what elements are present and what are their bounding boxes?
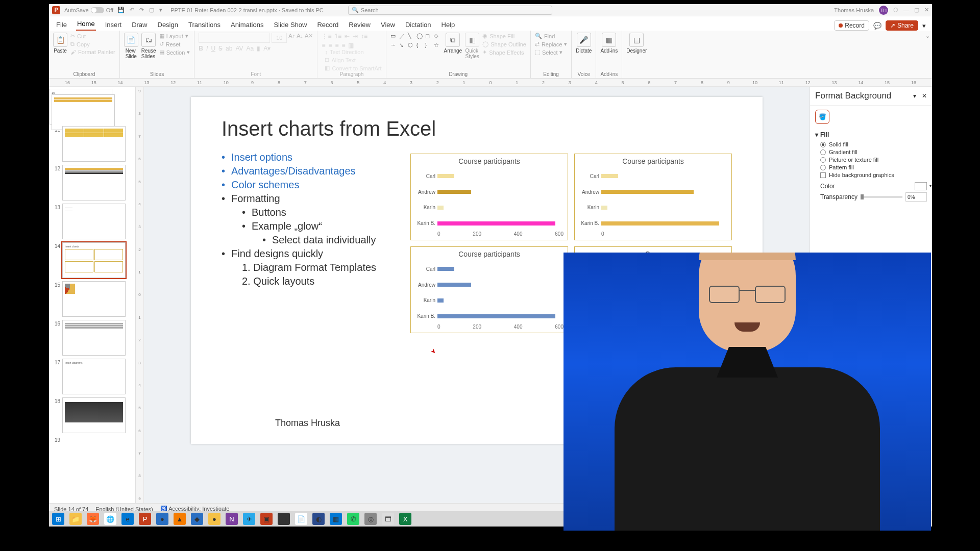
new-slide-button[interactable]: 📄New Slide <box>124 33 138 59</box>
fill-tab-icon[interactable]: 🪣 <box>815 110 829 124</box>
tab-help[interactable]: Help <box>440 19 456 31</box>
arrange-button[interactable]: ⧉Arrange <box>444 33 462 54</box>
app-icon-3[interactable]: ● <box>208 513 220 525</box>
tab-animations[interactable]: Animations <box>230 19 264 31</box>
underline-button[interactable]: U <box>211 45 215 52</box>
vlc-icon[interactable]: ▲ <box>174 513 186 525</box>
tab-insert[interactable]: Insert <box>104 19 123 31</box>
tab-draw[interactable]: Draw <box>131 19 148 31</box>
addins-button[interactable]: ▦Add-ins <box>600 33 618 54</box>
indent-icon[interactable]: ⇥ <box>353 33 358 40</box>
thumbnail-16[interactable] <box>62 320 126 356</box>
app-icon-8[interactable]: ◎ <box>364 513 377 525</box>
line-spacing-icon[interactable]: ↕≡ <box>361 33 368 40</box>
onenote-icon[interactable]: N <box>226 513 238 525</box>
reuse-slides-button[interactable]: 🗂Reuse Slides <box>141 33 156 59</box>
justify-icon[interactable]: ≡ <box>341 42 345 49</box>
pattern-fill-radio[interactable]: Pattern fill <box>820 164 927 170</box>
dropdown-icon[interactable]: ▾ <box>159 7 162 13</box>
tab-slideshow[interactable]: Slide Show <box>273 19 308 31</box>
section-button[interactable]: ▤Section ▾ <box>159 49 190 56</box>
share-button[interactable]: ↗ Share <box>886 20 918 31</box>
maximize-icon[interactable]: ▢ <box>914 7 919 13</box>
find-button[interactable]: 🔍Find <box>535 33 567 39</box>
app-icon-4[interactable]: ▣ <box>260 513 273 525</box>
chart-3[interactable]: Course participantsCarlAndrewKarinKarin … <box>410 246 568 333</box>
outdent-icon[interactable]: ⇤ <box>345 33 350 40</box>
reset-button[interactable]: ↺Reset <box>159 41 190 47</box>
record-button[interactable]: Record <box>834 20 869 31</box>
app-icon-7[interactable]: ▦ <box>330 513 342 525</box>
spacing-button[interactable]: AV <box>235 45 243 52</box>
firefox-icon[interactable]: 🦊 <box>87 513 99 525</box>
chevron-down-icon[interactable]: ▾ <box>922 22 926 30</box>
app-icon-1[interactable]: ● <box>156 513 168 525</box>
tab-review[interactable]: Review <box>348 19 372 31</box>
bullets-icon[interactable]: ⋮≡ <box>322 33 331 40</box>
chart-1[interactable]: Course participantsCarlAndrewKarinKarin … <box>410 154 568 240</box>
pane-dropdown-icon[interactable]: ▾ <box>913 92 916 99</box>
paste-button[interactable]: 📋Paste <box>53 33 67 54</box>
app-icon-9[interactable]: 🗔 <box>382 513 394 525</box>
save-icon[interactable]: 💾 <box>117 7 125 13</box>
quick-styles-button[interactable]: ◧Quick Styles <box>465 33 479 59</box>
undo-icon[interactable]: ↶ <box>130 7 134 13</box>
app-icon-2[interactable]: ◆ <box>191 513 203 525</box>
font-color-button[interactable]: A▾ <box>263 45 271 52</box>
tab-view[interactable]: View <box>380 19 396 31</box>
slideshow-icon[interactable]: ▢ <box>149 7 154 13</box>
pane-close-icon[interactable]: ✕ <box>922 92 927 99</box>
solid-fill-radio[interactable]: Solid fill <box>820 141 927 147</box>
minimize-icon[interactable]: — <box>903 7 909 13</box>
user-avatar[interactable]: TH <box>879 6 888 15</box>
align-center-icon[interactable]: ≡ <box>328 42 332 49</box>
cut-button[interactable]: ✂Cut <box>70 33 115 39</box>
picture-fill-radio[interactable]: Picture or texture fill <box>820 157 927 163</box>
redo-icon[interactable]: ↷ <box>139 7 144 13</box>
chrome-icon[interactable]: 🌐 <box>104 513 116 525</box>
bold-button[interactable]: B <box>199 45 203 52</box>
copy-button[interactable]: ⧉Copy <box>70 41 115 47</box>
tab-dictation[interactable]: Dictation <box>404 19 432 31</box>
app-icon-5[interactable]: ◉ <box>278 513 290 525</box>
designer-button[interactable]: ▤Designer <box>626 33 647 54</box>
thumbnail-14[interactable]: Insert charts <box>62 242 126 278</box>
excel-icon[interactable]: X <box>399 513 411 525</box>
columns-icon[interactable]: ▥ <box>348 42 354 49</box>
thumbnail-17[interactable]: Insert diagrams <box>62 359 126 394</box>
slide-thumbnails[interactable]: 10 11 12 13 —————— 14 Insert charts 15 1… <box>49 87 136 503</box>
shape-fill-button[interactable]: ◉Shape Fill <box>482 33 526 39</box>
edge-icon[interactable]: e <box>121 513 134 525</box>
autosave-toggle[interactable]: AutoSave Off <box>64 7 113 13</box>
badge-icon[interactable]: ⬡ <box>893 7 898 13</box>
app-icon-6[interactable]: ◐ <box>312 513 325 525</box>
align-text-button[interactable]: ⊟Align Text <box>325 57 381 63</box>
toggle-pill[interactable] <box>91 7 104 13</box>
thumbnail-11[interactable] <box>62 126 126 162</box>
shape-outline-button[interactable]: ◯Shape Outline <box>482 41 526 47</box>
tab-transitions[interactable]: Transitions <box>187 19 222 31</box>
numbering-icon[interactable]: 1≡ <box>334 33 341 40</box>
powerpoint-taskbar-icon[interactable]: P <box>139 513 151 525</box>
transparency-value[interactable]: 0% <box>905 192 927 202</box>
tab-record[interactable]: Record <box>316 19 339 31</box>
file-explorer-icon[interactable]: 📁 <box>69 513 82 525</box>
font-size-select[interactable]: 10 <box>272 33 287 43</box>
format-painter-button[interactable]: 🖌Format Painter <box>70 49 115 55</box>
layout-button[interactable]: ▦Layout ▾ <box>159 33 190 39</box>
whatsapp-icon[interactable]: ✆ <box>347 513 359 525</box>
clear-format-icon[interactable]: A✕ <box>305 33 313 43</box>
strikethrough-button[interactable]: S̶ <box>218 45 223 52</box>
chart-2[interactable]: Course participantsCarlAndrewKarinKarin … <box>574 154 732 240</box>
tab-file[interactable]: File <box>55 19 68 31</box>
convert-smartart-button[interactable]: ◧Convert to SmartArt <box>325 65 381 71</box>
fill-section-toggle[interactable]: ▾ Fill <box>815 131 927 138</box>
telegram-icon[interactable]: ✈ <box>243 513 255 525</box>
increase-font-icon[interactable]: A↑ <box>288 33 295 43</box>
highlight-button[interactable]: ▮ <box>257 45 260 52</box>
hide-bg-checkbox[interactable]: Hide background graphics <box>820 172 927 178</box>
search-box[interactable]: 🔍 Search <box>348 6 552 15</box>
transparency-slider[interactable] <box>861 196 902 198</box>
align-left-icon[interactable]: ≡ <box>322 42 325 49</box>
notepad-icon[interactable]: 📄 <box>295 513 307 525</box>
